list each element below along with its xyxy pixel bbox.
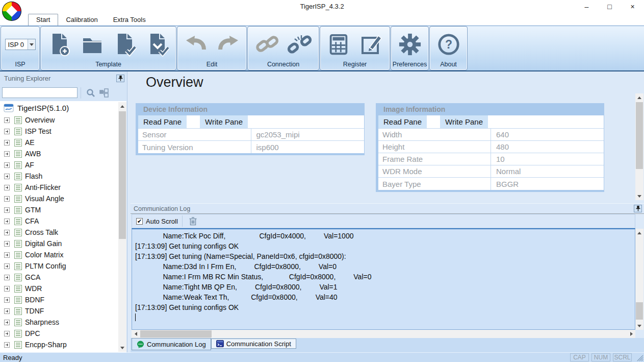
tree-item-wdr[interactable]: WDR: [0, 283, 126, 294]
tree-item-label: GTM: [25, 206, 41, 214]
overview-scrollbar[interactable]: [635, 93, 643, 200]
log-scrollbar-horizontal[interactable]: [132, 330, 635, 338]
tree-item-awb[interactable]: AWB: [0, 148, 126, 159]
read-pane-header[interactable]: Read Pane: [378, 115, 427, 128]
expand-icon[interactable]: [4, 174, 10, 179]
scroll-down-icon[interactable]: [635, 322, 643, 330]
tree-item-cfa[interactable]: CFA: [0, 215, 126, 227]
expand-icon[interactable]: [4, 196, 10, 202]
expand-icon[interactable]: [4, 252, 10, 258]
expand-icon[interactable]: [4, 241, 10, 247]
scrollbar-thumb[interactable]: [636, 302, 643, 320]
expand-icon[interactable]: [4, 219, 10, 224]
tree-item-gtm[interactable]: GTM: [0, 204, 126, 215]
scroll-down-icon[interactable]: [118, 344, 126, 352]
scrollbar-thumb[interactable]: [140, 330, 212, 337]
auto-scroll-checkbox[interactable]: ✔: [136, 218, 143, 225]
expand-icon[interactable]: [4, 308, 10, 314]
expand-icon[interactable]: [4, 263, 10, 269]
gear-icon[interactable]: [397, 28, 423, 61]
tree-item-flash[interactable]: Flash: [0, 171, 126, 182]
auto-scroll-label: Auto Scroll: [146, 218, 178, 225]
folder-icon[interactable]: [78, 28, 107, 61]
expand-icon[interactable]: [4, 342, 10, 348]
trash-icon[interactable]: [187, 215, 200, 227]
minimize-button[interactable]: –: [575, 0, 598, 13]
tree-item-tdnf[interactable]: TDNF: [0, 305, 126, 317]
tree-item-encpp-sharp[interactable]: Encpp-Sharp: [0, 339, 126, 350]
list-icon: [14, 218, 22, 225]
log-line: [17:13:09] Get tuning configs OK: [135, 241, 635, 251]
write-pane-header[interactable]: Write Pane: [200, 115, 248, 128]
tab-start[interactable]: Start: [28, 14, 58, 26]
file-import-check-icon[interactable]: [143, 28, 172, 61]
tree-item-pltm-config[interactable]: PLTM Config: [0, 260, 126, 272]
tree-filter-icon[interactable]: [97, 87, 111, 99]
pin-icon[interactable]: [634, 205, 642, 212]
expand-icon[interactable]: [4, 320, 10, 325]
expand-icon[interactable]: [4, 207, 10, 213]
undo-icon[interactable]: [181, 28, 211, 61]
log-scrollbar-vertical[interactable]: [635, 229, 643, 330]
redo-icon[interactable]: [214, 28, 243, 61]
tree-item-visual-angle[interactable]: Visual Angle: [0, 193, 126, 204]
tree-item-color-matrix[interactable]: Color Matrix: [0, 249, 126, 260]
tree-item-sharpness[interactable]: Sharpness: [0, 317, 126, 328]
tree-scrollbar[interactable]: [118, 102, 126, 352]
tab-communication-log[interactable]: Communication Log: [132, 338, 211, 350]
scroll-left-icon[interactable]: [132, 330, 140, 338]
expand-icon[interactable]: [4, 286, 10, 292]
ribbon-group-register: Register: [320, 27, 390, 70]
write-pane-header[interactable]: Write Pane: [440, 115, 488, 128]
scroll-up-icon[interactable]: [635, 93, 643, 102]
expand-icon[interactable]: [4, 230, 10, 235]
communication-log-title: Communication Log: [134, 205, 190, 212]
tree-item-isp-test[interactable]: ISP Test: [0, 126, 126, 137]
close-button[interactable]: ×: [621, 0, 644, 13]
tab-extra-tools[interactable]: Extra Tools: [106, 14, 153, 26]
tree-item-anti-flicker[interactable]: Anti-Flicker: [0, 182, 126, 193]
scroll-up-icon[interactable]: [118, 102, 126, 110]
tree-item-ae[interactable]: AE: [0, 137, 126, 148]
expand-icon[interactable]: [4, 151, 10, 157]
tree-item-dpc[interactable]: DPC: [0, 328, 126, 339]
disconnect-link-icon[interactable]: [285, 28, 315, 61]
expand-icon[interactable]: [4, 275, 10, 280]
file-add-icon[interactable]: [45, 28, 74, 61]
resize-grip-icon[interactable]: [636, 354, 643, 361]
expand-icon[interactable]: [4, 162, 10, 168]
tree-item-gca[interactable]: GCA: [0, 272, 126, 283]
chevron-down-icon[interactable]: [28, 39, 35, 50]
file-check-icon[interactable]: [110, 28, 140, 61]
communication-log-header: Communication Log: [131, 203, 644, 213]
expand-icon[interactable]: [4, 129, 10, 134]
tree-root-item[interactable]: TigerISP(5.1.0): [0, 101, 126, 114]
register-edit-icon[interactable]: [356, 28, 386, 61]
search-input[interactable]: [2, 87, 78, 98]
expand-icon[interactable]: [4, 117, 10, 123]
tree-item-digital-gain[interactable]: Digital Gain: [0, 238, 126, 249]
scroll-right-icon[interactable]: [627, 330, 635, 338]
scroll-up-icon[interactable]: [635, 229, 643, 237]
expand-icon[interactable]: [4, 331, 10, 336]
question-icon[interactable]: ?: [436, 28, 461, 61]
connect-link-icon[interactable]: [252, 28, 282, 61]
tab-communication-script[interactable]: Communication Script: [211, 339, 296, 349]
expand-icon[interactable]: [4, 297, 10, 303]
expand-icon[interactable]: [4, 185, 10, 190]
tab-calibration[interactable]: Calibration: [58, 14, 105, 26]
tree-item-bdnf[interactable]: BDNF: [0, 294, 126, 305]
tree-item-overview[interactable]: Overview: [0, 114, 126, 126]
read-pane-header[interactable]: Read Pane: [138, 115, 187, 128]
tree-item-cross-talk[interactable]: Cross Talk: [0, 227, 126, 238]
isp-select[interactable]: ISP 0: [5, 39, 36, 50]
scrollbar-thumb[interactable]: [119, 111, 126, 239]
scroll-down-icon[interactable]: [635, 192, 643, 200]
pin-icon[interactable]: [116, 75, 124, 82]
search-icon[interactable]: [84, 87, 97, 99]
maximize-button[interactable]: □: [598, 0, 621, 13]
tree-item-af[interactable]: AF: [0, 159, 126, 171]
register-table-icon[interactable]: [324, 28, 353, 61]
expand-icon[interactable]: [4, 140, 10, 146]
scrollbar-thumb[interactable]: [636, 102, 643, 169]
